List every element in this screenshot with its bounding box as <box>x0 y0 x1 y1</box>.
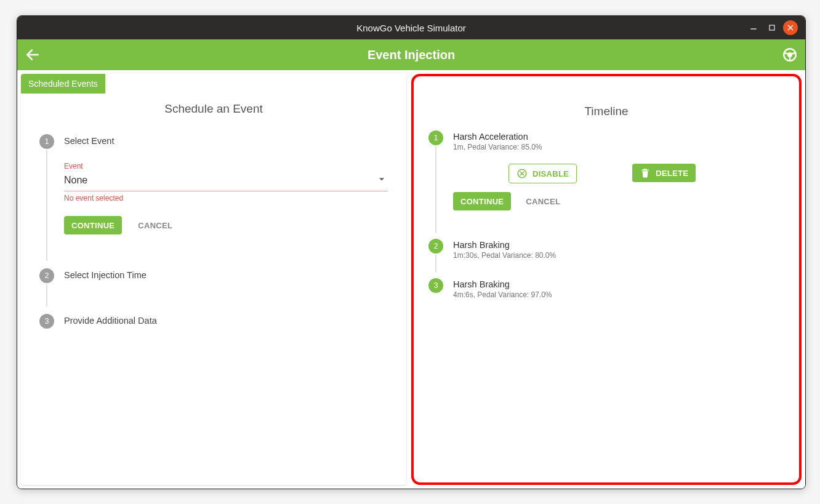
schedule-panel-title: Schedule an Event <box>21 102 406 116</box>
timeline-connector <box>435 146 436 233</box>
timeline-cancel-button[interactable]: CANCEL <box>518 192 568 210</box>
timeline-panel: Timeline 1 Harsh Acceleration 1m, Pedal … <box>411 74 802 485</box>
timeline-badge-2: 2 <box>428 239 443 254</box>
timeline-item[interactable]: 3 Harsh Braking 4m:6s, Pedal Variance: 9… <box>428 278 784 299</box>
step-3-label: Provide Additional Data <box>64 316 388 326</box>
app-header: Event Injection <box>17 39 805 70</box>
timeline-item-detail: 4m:6s, Pedal Variance: 97.0% <box>453 290 784 299</box>
timeline-item-title: Harsh Braking <box>453 240 784 250</box>
steering-wheel-button[interactable] <box>782 39 798 70</box>
disable-button-label: DISABLE <box>533 169 569 178</box>
event-select[interactable]: None <box>64 170 388 191</box>
delete-button-label: DELETE <box>656 169 688 178</box>
maximize-icon <box>767 23 777 33</box>
step-additional-data[interactable]: 3 Provide Additional Data <box>39 314 388 329</box>
minimize-icon <box>749 23 758 33</box>
svg-rect-1 <box>770 25 774 30</box>
timeline-item-title: Harsh Braking <box>453 279 784 289</box>
cancel-button-label: CANCEL <box>138 221 172 230</box>
chevron-down-icon <box>376 173 388 187</box>
content-area: Scheduled Events Schedule an Event 1 Sel… <box>17 70 805 489</box>
close-icon <box>786 23 795 33</box>
timeline-item-title: Harsh Acceleration <box>453 132 784 142</box>
app-window: KnowGo Vehicle Simulator Event Injection <box>17 15 806 489</box>
step-connector <box>46 284 47 306</box>
timeline-item[interactable]: 2 Harsh Braking 1m:30s, Pedal Variance: … <box>428 239 784 273</box>
svg-line-9 <box>791 53 795 54</box>
window-title: KnowGo Vehicle Simulator <box>356 23 466 33</box>
continue-button[interactable]: CONTINUE <box>64 216 122 234</box>
titlebar: KnowGo Vehicle Simulator <box>17 16 805 39</box>
close-button[interactable] <box>783 20 798 35</box>
steering-wheel-icon <box>782 47 798 63</box>
step-select-event: 1 Select Event Event None <box>39 134 388 262</box>
trash-icon <box>640 167 651 178</box>
minimize-button[interactable] <box>746 20 761 35</box>
step-3-badge: 3 <box>39 314 54 329</box>
timeline-item[interactable]: 1 Harsh Acceleration 1m, Pedal Variance:… <box>428 130 784 234</box>
step-1-label: Select Event <box>64 136 388 146</box>
timeline-list: 1 Harsh Acceleration 1m, Pedal Variance:… <box>428 130 784 304</box>
step-connector <box>46 150 47 261</box>
maximize-button[interactable] <box>765 20 779 35</box>
step-2-badge: 2 <box>39 268 54 283</box>
tab-scheduled-events[interactable]: Scheduled Events <box>21 74 105 94</box>
event-field-label: Event <box>64 162 388 170</box>
step-select-time[interactable]: 2 Select Injection Time <box>39 268 388 308</box>
step-2-label: Select Injection Time <box>64 270 388 280</box>
cancel-button[interactable]: CANCEL <box>131 216 180 234</box>
timeline-continue-button[interactable]: CONTINUE <box>453 192 511 210</box>
step-1-badge: 1 <box>39 134 54 149</box>
tab-label: Scheduled Events <box>28 79 98 89</box>
event-select-value: None <box>64 175 87 186</box>
schedule-panel: Scheduled Events Schedule an Event 1 Sel… <box>21 74 406 485</box>
delete-button[interactable]: DELETE <box>632 164 696 182</box>
timeline-continue-label: CONTINUE <box>460 197 504 206</box>
back-button[interactable] <box>25 39 41 70</box>
window-controls <box>746 16 802 39</box>
timeline-badge-3: 3 <box>428 278 443 293</box>
timeline-cancel-label: CANCEL <box>526 197 560 206</box>
svg-point-6 <box>788 53 791 56</box>
event-select-helper: No event selected <box>64 194 388 202</box>
timeline-badge-1: 1 <box>428 130 443 145</box>
timeline-panel-title: Timeline <box>414 105 799 118</box>
arrow-left-icon <box>25 47 41 63</box>
svg-line-8 <box>784 53 789 54</box>
tab-row: Scheduled Events <box>21 74 105 94</box>
continue-button-label: CONTINUE <box>71 221 115 230</box>
disable-icon <box>517 168 528 179</box>
timeline-item-detail: 1m:30s, Pedal Variance: 80.0% <box>453 251 784 260</box>
page-title: Event Injection <box>368 48 455 62</box>
schedule-stepper: 1 Select Event Event None <box>39 134 388 335</box>
timeline-connector <box>435 255 436 272</box>
timeline-item-detail: 1m, Pedal Variance: 85.0% <box>453 143 784 151</box>
disable-button[interactable]: DISABLE <box>508 164 577 183</box>
